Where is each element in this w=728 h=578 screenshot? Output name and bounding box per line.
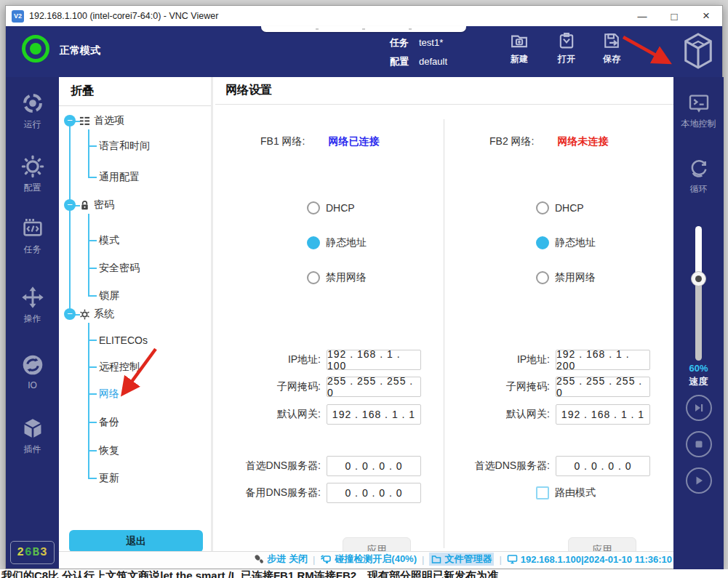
terminal-icon xyxy=(687,93,711,115)
tree-item-restore[interactable]: 恢复 xyxy=(99,442,119,459)
separator: | xyxy=(313,554,315,565)
collision-icon xyxy=(320,554,332,564)
open-task-button[interactable]: 打开 xyxy=(545,31,588,65)
checkbox-icon[interactable] xyxy=(536,486,549,499)
tree-connector xyxy=(88,240,97,241)
tree-item-remote-control[interactable]: 远程控制 xyxy=(99,358,140,376)
step-forward-button[interactable] xyxy=(686,395,712,421)
tree-item-safety-password[interactable]: 安全密码 xyxy=(99,260,140,277)
badge-char: 6 xyxy=(25,546,33,559)
mode-label: 正常模式 xyxy=(60,44,100,57)
radio-icon[interactable] xyxy=(536,236,549,249)
sidebar-item-config[interactable]: 配置 xyxy=(6,155,59,194)
fb2-route-mode-checkbox[interactable]: 路由模式 xyxy=(536,484,596,502)
collapse-icon[interactable]: − xyxy=(64,308,76,320)
maximize-icon[interactable]: □ xyxy=(658,6,690,26)
tree-item-mode[interactable]: 模式 xyxy=(99,232,119,249)
tree-item-backup[interactable]: 备份 xyxy=(99,414,119,431)
open-file-icon xyxy=(556,31,577,51)
run-icon xyxy=(21,92,44,115)
radio-label: 禁用网络 xyxy=(326,271,367,284)
speed-slider-track[interactable] xyxy=(695,226,702,361)
file-manager-label: 文件管理器 xyxy=(444,553,492,566)
tree-group-system[interactable]: − 系统 xyxy=(64,305,114,323)
sidebar-item-run[interactable]: 运行 xyxy=(6,92,59,131)
fb2-mask-input[interactable]: 255 . 255 . 255 . 0 xyxy=(556,377,650,397)
file-manager-status[interactable]: 文件管理器 xyxy=(429,553,494,566)
step-icon xyxy=(254,554,264,564)
collapse-icon[interactable]: − xyxy=(64,199,76,211)
tree-item-language-time[interactable]: 语言和时间 xyxy=(99,137,150,155)
close-icon[interactable]: × xyxy=(690,6,722,26)
tree-group-preferences[interactable]: − 首选项 xyxy=(64,112,124,129)
tree-item-general-config[interactable]: 通用配置 xyxy=(99,169,140,186)
sidebar-item-task[interactable]: 任务 xyxy=(6,217,59,256)
tree-item-update[interactable]: 更新 xyxy=(99,470,119,487)
elite-logo-icon[interactable] xyxy=(681,31,715,71)
radio-icon[interactable] xyxy=(307,271,320,284)
radio-icon[interactable] xyxy=(307,201,320,214)
minimize-icon[interactable]: — xyxy=(626,6,658,26)
collapse-icon[interactable]: − xyxy=(64,115,76,127)
fb1-ip-input[interactable]: 192 . 168 . 1 . 100 xyxy=(327,350,421,370)
tree-item-lock-screen[interactable]: 锁屏 xyxy=(99,287,119,305)
lock-icon xyxy=(79,200,90,211)
tree-connector xyxy=(88,450,97,451)
fb2-radio-disable[interactable]: 禁用网络 xyxy=(536,269,596,286)
tree-group-label: 密码 xyxy=(94,198,114,212)
radio-icon[interactable] xyxy=(307,236,320,249)
speed-label: 速度 xyxy=(673,375,724,388)
open-task-label: 打开 xyxy=(558,53,575,65)
save-task-button[interactable]: 保存 xyxy=(591,31,633,65)
tree-connector xyxy=(88,366,97,368)
tree-item-elitecos[interactable]: ELITECOs xyxy=(99,332,148,349)
speed-percent: 60% xyxy=(673,363,724,374)
new-task-button[interactable]: 新建 xyxy=(498,31,540,65)
window-title: 192.168.1.100 (intel-corei7-64:0) - VNC … xyxy=(29,11,218,21)
fb1-dns2-input[interactable]: 0 . 0 . 0 . 0 xyxy=(327,483,421,503)
task-label: 任务 xyxy=(390,34,409,52)
loop-button[interactable]: 循环 xyxy=(673,157,724,196)
tree-group-password[interactable]: − 密码 xyxy=(64,196,114,214)
fb1-gateway-label: 默认网关: xyxy=(215,408,324,421)
vnc-app-icon: V2 xyxy=(12,10,24,23)
collision-detect-status[interactable]: 碰撞检测开启(40%) xyxy=(320,553,417,566)
tree-connector xyxy=(69,121,71,314)
sidebar-label-config: 配置 xyxy=(24,182,41,194)
tree-panel-title[interactable]: 折叠 xyxy=(59,77,211,106)
stop-button[interactable] xyxy=(686,431,712,457)
exit-button[interactable]: 退出 xyxy=(69,530,203,553)
play-button[interactable] xyxy=(686,467,712,494)
fb2-column: FB2 网络: 网络未连接 DHCP 静态地址 禁用网络 IP地址:192 . … xyxy=(444,105,673,551)
background-document: 我们的C8比 分认行上文筑文商说let the smart /L 已连接FB1 … xyxy=(0,569,728,578)
sidebar-item-io[interactable]: IO xyxy=(6,353,59,390)
sidebar-item-plugin[interactable]: 插件 xyxy=(6,417,59,456)
fb2-radio-dhcp[interactable]: DHCP xyxy=(536,199,584,217)
fb2-dns1-input[interactable]: 0 . 0 . 0 . 0 xyxy=(556,456,650,476)
fb1-dns1-input[interactable]: 0 . 0 . 0 . 0 xyxy=(327,456,421,476)
connection-status[interactable]: 192.168.1.100|2024-01-10 11:36:10 xyxy=(507,554,672,565)
stop-icon xyxy=(694,439,704,449)
step-mode-status[interactable]: 步进 关闭 xyxy=(254,553,308,566)
fb2-gateway-input[interactable]: 192 . 168 . 1 . 1 xyxy=(556,404,650,425)
io-sync-icon xyxy=(21,353,44,377)
tree-group-label: 首选项 xyxy=(94,114,124,127)
fb2-radio-static[interactable]: 静态地址 xyxy=(536,234,596,252)
radio-icon[interactable] xyxy=(536,271,549,284)
speed-slider-thumb[interactable] xyxy=(691,271,706,286)
sidebar-label-task: 任务 xyxy=(24,244,41,256)
fb1-radio-disable[interactable]: 禁用网络 xyxy=(307,269,367,286)
fb1-gateway-input[interactable]: 192 . 168 . 1 . 1 xyxy=(327,404,421,425)
vnc-toolbar-tab[interactable] xyxy=(261,26,466,32)
fb1-mask-input[interactable]: 255 . 255 . 255 . 0 xyxy=(327,377,421,397)
fb1-radio-static[interactable]: 静态地址 xyxy=(307,234,367,252)
fb1-dns1-label: 首选DNS服务器: xyxy=(215,459,324,473)
config-gear-icon xyxy=(21,155,44,178)
sidebar-item-operate[interactable]: 操作 xyxy=(6,286,59,325)
radio-icon[interactable] xyxy=(536,201,549,214)
tree-item-network[interactable]: 网络 xyxy=(99,385,119,403)
fb1-radio-dhcp[interactable]: DHCP xyxy=(307,199,355,217)
local-control-button[interactable]: 本地控制 xyxy=(673,93,724,130)
fb1-column: FB1 网络: 网络已连接 DHCP 静态地址 禁用网络 IP地址:192 . … xyxy=(215,105,444,551)
fb2-ip-input[interactable]: 192 . 168 . 1 . 200 xyxy=(556,350,650,370)
